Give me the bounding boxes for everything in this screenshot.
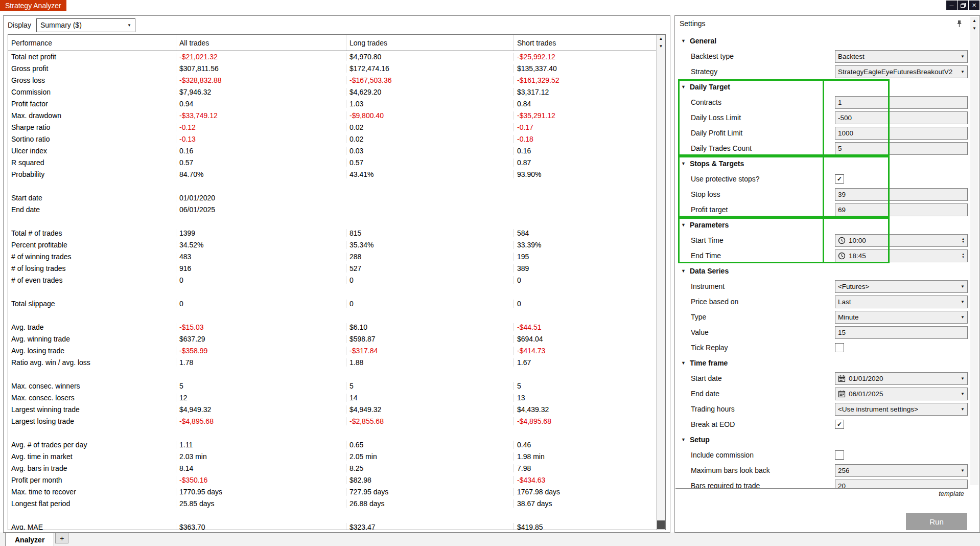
add-tab-button[interactable]: + — [55, 533, 68, 543]
include-commission-checkbox[interactable] — [835, 450, 844, 460]
table-row-r-squared[interactable]: R squared0.570.570.87 — [8, 156, 665, 168]
strategy-dropdown[interactable]: StrategyEagleEyeFuturesBreakoutV2▼ — [835, 65, 968, 78]
spinner-down-icon[interactable]: ▼ — [962, 240, 965, 243]
break-at-eod-checkbox[interactable]: ✓ — [835, 420, 844, 429]
table-row[interactable] — [8, 286, 665, 298]
column-header-short-trades[interactable]: Short trades — [514, 35, 657, 51]
start-time-time-picker[interactable]: 10:00▲▼ — [835, 234, 968, 247]
table-row-end-date[interactable]: End date06/01/2025 — [8, 203, 665, 215]
trading-hours-dropdown[interactable]: <Use instrument settings>▼ — [835, 403, 968, 416]
dropdown-arrow-icon[interactable]: ▼ — [958, 407, 965, 412]
table-row-largest-winning-trade[interactable]: Largest winning trade$4,949.32$4,949.32$… — [8, 403, 665, 415]
price-based-on-dropdown[interactable]: Last▼ — [835, 295, 968, 308]
table-row-of-winning-trades[interactable]: # of winning trades483288195 — [8, 251, 665, 262]
dropdown-arrow-icon[interactable]: ▼ — [958, 300, 965, 304]
time-spinner[interactable]: ▲▼ — [962, 237, 965, 243]
settings-scroll-down-button[interactable]: ▼ — [970, 25, 978, 32]
table-row-avg-trade[interactable]: Avg. trade-$15.03$6.10-$44.51 — [8, 321, 665, 333]
table-row-total-of-trades[interactable]: Total # of trades1399815584 — [8, 227, 665, 239]
type-dropdown[interactable]: Minute▼ — [835, 311, 968, 324]
section-header-setup[interactable]: ▼Setup — [675, 432, 968, 447]
profit-target-input[interactable]: 69 — [835, 203, 968, 216]
table-row-longest-flat-period[interactable]: Longest flat period25.85 days26.88 days3… — [8, 497, 665, 509]
value-input[interactable]: 15 — [835, 326, 968, 339]
settings-scrollbar[interactable]: ▲ ▼ — [970, 17, 978, 485]
collapse-triangle-icon[interactable]: ▼ — [681, 268, 686, 274]
table-row-ulcer-index[interactable]: Ulcer index0.160.030.16 — [8, 145, 665, 156]
table-row-largest-losing-trade[interactable]: Largest losing trade-$4,895.68-$2,855.68… — [8, 415, 665, 427]
table-row[interactable] — [8, 309, 665, 321]
table-row-max-time-to-recover[interactable]: Max. time to recover1770.95 days727.95 d… — [8, 486, 665, 497]
section-header-stops-targets[interactable]: ▼Stops & Targets — [675, 156, 968, 171]
end-date-date-picker[interactable]: 06/01/2025▼ — [835, 388, 968, 400]
dropdown-arrow-icon[interactable]: ▼ — [958, 70, 965, 74]
daily-trades-count-input[interactable]: 5 — [835, 142, 968, 155]
section-header-parameters[interactable]: ▼Parameters — [675, 217, 968, 233]
table-row-of-losing-trades[interactable]: # of losing trades916527389 — [8, 262, 665, 274]
display-dropdown[interactable]: Summary ($) ▼ — [36, 18, 135, 32]
table-row-avg-mae[interactable]: Avg. MAE$363.70$323.47$419.85 — [8, 521, 665, 530]
dropdown-arrow-icon[interactable]: ▼ — [958, 284, 965, 289]
dropdown-arrow-icon[interactable]: ▼ — [958, 392, 965, 396]
table-row-avg-winning-trade[interactable]: Avg. winning trade$637.29$598.87$694.04 — [8, 333, 665, 345]
time-spinner[interactable]: ▲▼ — [962, 253, 965, 259]
scroll-down-button[interactable]: ▼ — [657, 42, 665, 50]
table-row-sortino-ratio[interactable]: Sortino ratio-0.130.02-0.18 — [8, 133, 665, 145]
close-button[interactable]: ✕ — [969, 1, 979, 10]
dropdown-arrow-icon[interactable]: ▼ — [958, 376, 965, 381]
collapse-triangle-icon[interactable]: ▼ — [681, 38, 686, 43]
restore-button[interactable] — [958, 1, 968, 10]
table-scrollbar[interactable]: ▲ ▼ — [656, 35, 665, 530]
pin-icon[interactable] — [956, 20, 963, 28]
table-row-start-date[interactable]: Start date01/01/2020 — [8, 192, 665, 203]
daily-profit-limit-input[interactable]: 1000 — [835, 127, 968, 140]
scroll-up-button[interactable]: ▲ — [657, 35, 665, 42]
minimize-button[interactable]: ─ — [946, 1, 957, 10]
table-row-avg-of-trades-per-day[interactable]: Avg. # of trades per day1.110.650.46 — [8, 439, 665, 450]
contracts-input[interactable]: 1 — [835, 96, 968, 109]
table-row-max-consec-losers[interactable]: Max. consec. losers121413 — [8, 392, 665, 403]
collapse-triangle-icon[interactable]: ▼ — [681, 84, 686, 89]
tab-analyzer[interactable]: Analyzer — [5, 533, 54, 546]
maximum-bars-look-back-dropdown[interactable]: 256▼ — [835, 464, 968, 477]
spinner-down-icon[interactable]: ▼ — [962, 256, 965, 259]
table-row-sharpe-ratio[interactable]: Sharpe ratio-0.120.02-0.17 — [8, 121, 665, 133]
start-date-date-picker[interactable]: 01/01/2020▼ — [835, 372, 968, 385]
table-row-max-drawdown[interactable]: Max. drawdown-$33,749.12-$9,800.40-$35,2… — [8, 109, 665, 121]
table-row[interactable] — [8, 509, 665, 521]
section-header-daily-target[interactable]: ▼Daily Target — [675, 79, 968, 95]
stop-loss-input[interactable]: 39 — [835, 188, 968, 201]
collapse-triangle-icon[interactable]: ▼ — [681, 437, 686, 442]
table-row-total-slippage[interactable]: Total slippage000 — [8, 298, 665, 309]
table-row-profit-factor[interactable]: Profit factor0.941.030.84 — [8, 98, 665, 109]
table-row[interactable] — [8, 368, 665, 380]
table-row-probability[interactable]: Probability84.70%43.41%93.90% — [8, 168, 665, 180]
instrument-dropdown[interactable]: <Futures>▼ — [835, 280, 968, 293]
scrollbar-thumb[interactable] — [657, 520, 665, 529]
collapse-triangle-icon[interactable]: ▼ — [681, 360, 686, 366]
table-row[interactable] — [8, 180, 665, 192]
table-row-avg-losing-trade[interactable]: Avg. losing trade-$358.99-$317.84-$414.7… — [8, 345, 665, 356]
table-row[interactable] — [8, 427, 665, 439]
collapse-triangle-icon[interactable]: ▼ — [681, 161, 686, 166]
table-row-of-even-trades[interactable]: # of even trades000 — [8, 274, 665, 286]
table-row[interactable] — [8, 215, 665, 227]
section-header-data-series[interactable]: ▼Data Series — [675, 263, 968, 279]
settings-scroll-up-button[interactable]: ▲ — [970, 17, 978, 25]
table-row-total-net-profit[interactable]: Total net profit-$21,021.32$4,970.80-$25… — [8, 51, 665, 62]
template-link[interactable]: template — [939, 490, 964, 497]
section-header-time-frame[interactable]: ▼Time frame — [675, 355, 968, 371]
section-header-general[interactable]: ▼General — [675, 33, 968, 49]
use-protective-stops-checkbox[interactable]: ✓ — [835, 174, 844, 184]
column-header-long-trades[interactable]: Long trades — [346, 35, 514, 51]
run-button[interactable]: Run — [906, 513, 967, 530]
dropdown-arrow-icon[interactable]: ▼ — [958, 54, 965, 59]
table-row-max-consec-winners[interactable]: Max. consec. winners555 — [8, 380, 665, 392]
table-row-ratio-avg-win-avg-loss[interactable]: Ratio avg. win / avg. loss1.781.881.67 — [8, 356, 665, 368]
table-row-gross-loss[interactable]: Gross loss-$328,832.88-$167,503.36-$161,… — [8, 74, 665, 86]
table-row-percent-profitable[interactable]: Percent profitable34.52%35.34%33.39% — [8, 239, 665, 251]
dropdown-arrow-icon[interactable]: ▼ — [958, 315, 965, 320]
end-time-time-picker[interactable]: 18:45▲▼ — [835, 249, 968, 262]
column-header-performance[interactable]: Performance — [8, 35, 176, 51]
table-row-commission[interactable]: Commission$7,946.32$4,629.20$3,317.12 — [8, 86, 665, 98]
